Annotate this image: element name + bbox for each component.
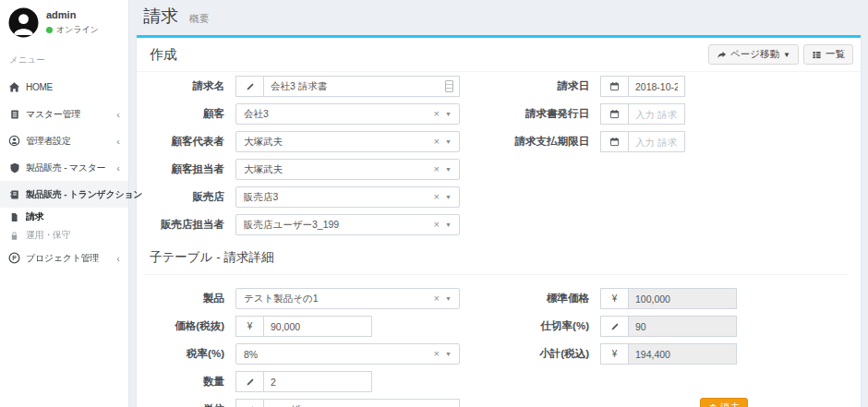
product-select[interactable]: テスト製品その1 × ▼: [235, 288, 460, 309]
list-icon: [812, 50, 822, 60]
pencil-icon: [235, 371, 263, 392]
home-icon: [8, 81, 20, 93]
customer-contact-select[interactable]: 大塚武夫 × ▼: [235, 159, 460, 180]
dealer-contact-label: 販売店担当者: [144, 218, 235, 232]
svg-text:P: P: [12, 255, 17, 261]
standard-price-label: 標準価格: [460, 292, 600, 305]
clear-icon[interactable]: ×: [434, 163, 440, 175]
selected-value: 8%: [244, 349, 258, 360]
price-label: 価格(税抜): [144, 319, 235, 333]
selected-value: 会社3: [244, 108, 269, 121]
customer-label: 顧客: [144, 107, 235, 121]
invoice-name-label: 請求名: [144, 79, 235, 93]
lock-icon: [8, 230, 20, 242]
subtotal-label: 小計(税込): [460, 347, 600, 361]
dealer-label: 販売店: [144, 190, 235, 204]
p-circle-icon: P: [8, 252, 20, 264]
selected-value: 大塚武夫: [244, 163, 283, 176]
text-length-icon: [445, 80, 453, 92]
yen-icon: ¥: [600, 288, 628, 309]
calendar-icon: [600, 131, 628, 152]
clear-icon[interactable]: ×: [434, 108, 440, 120]
chevron-left-icon: ‹: [116, 253, 120, 264]
selected-value: 販売店ユーザー3_199: [244, 219, 339, 232]
product-label: 製品: [144, 292, 235, 305]
customer-rep-select[interactable]: 大塚武夫 × ▼: [235, 131, 460, 152]
pencil-icon: [235, 399, 263, 407]
caret-down-icon[interactable]: ▼: [445, 194, 452, 200]
due-date-input[interactable]: [628, 131, 685, 152]
issue-date-input[interactable]: [628, 103, 685, 125]
price-input[interactable]: [263, 316, 372, 337]
caret-down-icon[interactable]: ▼: [445, 295, 452, 302]
page-title: 請求: [143, 6, 178, 26]
sidebar-item-home[interactable]: HOME: [0, 74, 128, 101]
clear-icon[interactable]: ×: [434, 348, 440, 360]
selected-value: 販売店3: [244, 191, 278, 204]
subtotal-input: [628, 343, 737, 365]
issue-date-label: 請求書発行日: [460, 107, 600, 121]
sidebar-item-master-admin[interactable]: マスター管理 ‹: [0, 101, 128, 127]
unit-input[interactable]: [263, 399, 460, 407]
create-panel: 作成 ページ移動 ▼ 一覧 請求名: [137, 35, 861, 407]
clear-icon[interactable]: ×: [434, 293, 440, 305]
shield-icon: [8, 162, 20, 174]
standard-price-input: [628, 288, 737, 309]
tax-rate-select[interactable]: 8% × ▼: [235, 343, 460, 365]
clear-icon[interactable]: ×: [434, 191, 440, 203]
yen-icon: ¥: [235, 316, 263, 337]
sidebar-item-invoice[interactable]: 請求: [0, 208, 128, 226]
invoice-date-input[interactable]: [628, 76, 685, 97]
user-name: admin: [46, 9, 99, 20]
list-button[interactable]: 一覧: [803, 44, 853, 65]
ledger-icon: [8, 108, 20, 120]
user-panel: admin オンライン: [0, 0, 128, 43]
selected-value: テスト製品その1: [244, 293, 319, 305]
unit-label: 単位: [144, 402, 235, 407]
forward-arrow-icon: [717, 50, 727, 60]
invoice-name-input[interactable]: [263, 76, 460, 97]
sidebar-item-project-admin[interactable]: P プロジェクト管理 ‹: [0, 245, 128, 271]
main-content: 請求 概要 作成 ページ移動 ▼ 一覧 請求名: [129, 0, 868, 407]
user-avatar-icon: [8, 7, 39, 38]
user-status-label: オンライン: [56, 24, 99, 36]
sidebar-item-operation-maintenance[interactable]: 運用・保守: [0, 226, 128, 245]
sidebar-item-product-sales-transaction[interactable]: 製品販売 - トランザクション: [0, 181, 128, 208]
menu-section-label: メニュー: [0, 43, 128, 74]
dealer-select[interactable]: 販売店3 × ▼: [235, 186, 460, 208]
wholesale-rate-input: [628, 316, 737, 337]
quantity-input[interactable]: [263, 371, 372, 392]
admin-user-icon: [8, 135, 20, 147]
chevron-left-icon: ‹: [116, 109, 120, 120]
delete-row-button[interactable]: 消去: [700, 398, 748, 407]
calendar-icon: [600, 103, 628, 125]
quantity-label: 数量: [144, 375, 235, 389]
online-status-icon: [46, 27, 53, 33]
clear-icon[interactable]: ×: [434, 136, 440, 148]
clear-icon[interactable]: ×: [434, 219, 440, 231]
caret-down-icon[interactable]: ▼: [445, 166, 452, 173]
page-header: 請求 概要: [129, 0, 868, 35]
address-book-icon: [8, 188, 20, 200]
child-table-section-title: 子テーブル - 請求詳細: [144, 242, 848, 275]
customer-select[interactable]: 会社3 × ▼: [235, 103, 460, 125]
caret-down-icon[interactable]: ▼: [445, 221, 452, 228]
customer-rep-label: 顧客代表者: [144, 135, 235, 149]
caret-down-icon[interactable]: ▼: [445, 111, 452, 117]
page-subtitle: 概要: [188, 13, 209, 24]
pencil-icon: [235, 76, 263, 97]
sidebar-item-product-sales-master[interactable]: 製品販売 - マスター ‹: [0, 154, 128, 181]
yen-icon: ¥: [600, 343, 628, 365]
customer-contact-label: 顧客担当者: [144, 162, 235, 176]
panel-title: 作成: [150, 46, 177, 62]
sidebar-item-admin-settings[interactable]: 管理者設定 ‹: [0, 127, 128, 154]
caret-down-icon[interactable]: ▼: [445, 351, 452, 357]
invoice-date-label: 請求日: [460, 79, 600, 93]
dealer-contact-select[interactable]: 販売店ユーザー3_199 × ▼: [235, 214, 460, 235]
caret-down-icon[interactable]: ▼: [445, 138, 452, 145]
wholesale-rate-label: 仕切率(%): [460, 319, 600, 333]
selected-value: 大塚武夫: [244, 136, 283, 149]
calendar-icon: [600, 76, 628, 97]
sidebar: admin オンライン メニュー HOME マスター管理 ‹ 管理者設定 ‹ 製…: [0, 0, 129, 407]
page-move-button[interactable]: ページ移動 ▼: [708, 44, 799, 65]
